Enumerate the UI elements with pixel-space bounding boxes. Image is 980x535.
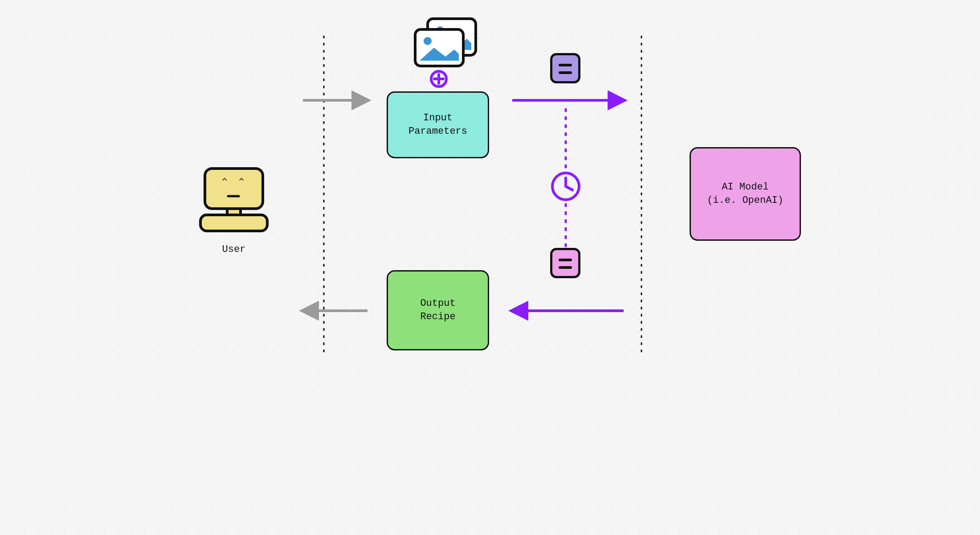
input-parameters-node: Input Parameters xyxy=(387,91,489,158)
clock-icon xyxy=(552,173,579,200)
ai-model-node: AI Model (i.e. OpenAI) xyxy=(690,147,801,241)
user-label: User xyxy=(207,244,261,255)
output-recipe-label: Output Recipe xyxy=(420,297,455,323)
plus-circle-icon xyxy=(431,71,446,86)
payload-from-model-icon xyxy=(550,248,580,278)
computer-user-icon: ^ ^ xyxy=(200,169,267,231)
payload-to-model-icon xyxy=(550,53,580,83)
image-stack-icon xyxy=(415,19,476,66)
svg-text:^: ^ xyxy=(222,176,227,187)
input-parameters-label: Input Parameters xyxy=(408,111,467,138)
output-recipe-node: Output Recipe xyxy=(387,270,489,350)
svg-rect-15 xyxy=(200,215,267,231)
ai-model-label: AI Model (i.e. OpenAI) xyxy=(707,181,784,207)
svg-point-9 xyxy=(424,37,432,45)
svg-text:^: ^ xyxy=(239,176,244,187)
diagram-stage: ^ ^ Input Parameters Output Recipe AI Mo… xyxy=(147,0,833,374)
svg-rect-10 xyxy=(205,169,263,209)
